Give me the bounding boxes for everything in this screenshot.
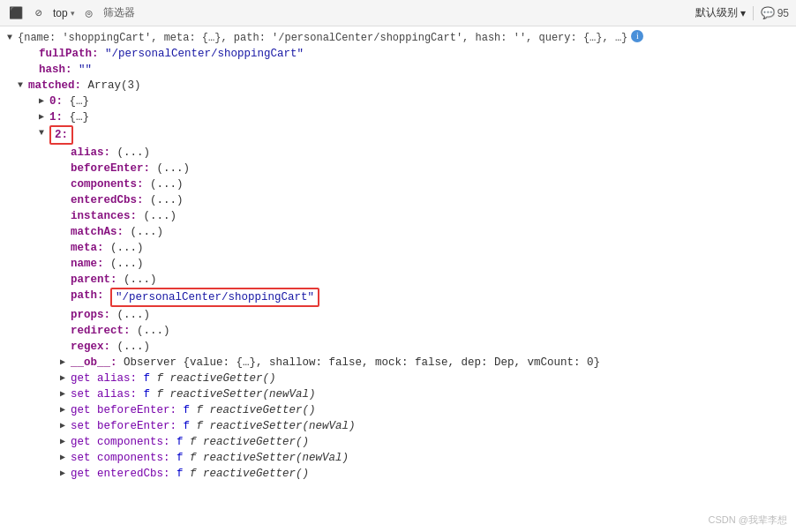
path-key: path: [71, 288, 104, 303]
path-line[interactable]: path: "/personalCenter/shoppingCart" [0, 288, 796, 307]
filter-label[interactable]: 筛选器 [103, 5, 135, 20]
top-dropdown[interactable]: top ▾ [53, 7, 75, 19]
message-badge[interactable]: 💬 95 [761, 6, 789, 19]
set-components-line[interactable]: set components: f f reactiveSetter(newVa… [0, 450, 796, 466]
meta-line[interactable]: meta: (...) [0, 240, 796, 256]
get-ecbs-label: get enteredCbs: [71, 466, 170, 482]
get-comp-expand[interactable] [60, 434, 71, 450]
set-be-f: f [184, 418, 191, 434]
item2-key: 2: [55, 129, 68, 141]
meta-key: meta: [71, 240, 104, 256]
beforeenter-line[interactable]: beforeEnter: (...) [0, 161, 796, 176]
get-alias-line[interactable]: get alias: f f reactiveGetter() [0, 371, 796, 386]
set-be-label: set beforeEnter: [71, 418, 176, 434]
get-alias-expand[interactable] [60, 371, 71, 386]
get-alias-val: f reactiveGetter() [157, 371, 276, 386]
item1-key: 1: [49, 109, 63, 125]
components-key: components: [71, 176, 144, 192]
enteredcbs-key: enteredCbs: [71, 192, 144, 208]
redirect-key: redirect: [71, 323, 131, 339]
item0-key: 0: [49, 94, 63, 109]
get-be-label: get beforeEnter: [71, 402, 176, 418]
regex-line[interactable]: regex: (...) [0, 339, 796, 355]
item0-line[interactable]: 0: {…} [0, 94, 796, 109]
get-comp-val: f reactiveGetter() [190, 434, 309, 450]
info-icon[interactable]: i [631, 30, 643, 42]
item1-expand[interactable] [39, 109, 49, 125]
item2-expand[interactable] [39, 125, 49, 141]
parent-key: parent: [71, 272, 117, 288]
hash-line[interactable]: hash: "" [0, 62, 796, 78]
matched-val: Array(3) [88, 78, 141, 94]
redirect-line[interactable]: redirect: (...) [0, 323, 796, 339]
path-val: "/personalCenter/shoppingCart" [116, 291, 314, 303]
ob-line[interactable]: __ob__: Observer {value: {…}, shallow: f… [0, 355, 796, 371]
set-alias-line[interactable]: set alias: f f reactiveSetter(newVal) [0, 386, 796, 402]
ob-val: Observer {value: {…}, shallow: false, mo… [124, 355, 600, 371]
instances-val: (...) [144, 208, 177, 224]
enteredcbs-val: (...) [150, 192, 184, 208]
get-enteredcbs-line[interactable]: get enteredCbs: f f reactiveGetter() [0, 466, 796, 482]
beforeenter-key: beforeEnter: [71, 161, 150, 176]
parent-line[interactable]: parent: (...) [0, 272, 796, 288]
set-comp-val: f reactiveSetter(newVal) [190, 450, 349, 466]
name-line[interactable]: name: (...) [0, 256, 796, 272]
level-dropdown[interactable]: 默认级别 ▾ [695, 5, 746, 20]
set-alias-label: set alias: [71, 386, 137, 402]
level-arrow: ▾ [740, 7, 746, 19]
set-alias-f: f [144, 386, 151, 402]
hash-val: "" [79, 62, 92, 78]
instances-key: instances: [71, 208, 137, 224]
set-beforeenter-line[interactable]: set beforeEnter: f f reactiveSetter(newV… [0, 418, 796, 434]
root-expand-arrow[interactable] [7, 30, 18, 46]
matched-line[interactable]: matched: Array(3) [0, 78, 796, 94]
alias-line[interactable]: alias: (...) [0, 145, 796, 161]
root-object-line[interactable]: {name: 'shoppingCart', meta: {…}, path: … [0, 30, 796, 46]
root-summary: {name: 'shoppingCart', meta: {…}, path: … [18, 30, 627, 46]
components-line[interactable]: components: (...) [0, 176, 796, 192]
alias-val: (...) [117, 145, 151, 161]
get-ecbs-f: f [176, 466, 184, 482]
redirect-val: (...) [137, 323, 170, 339]
fullpath-line[interactable]: fullPath: "/personalCenter/shoppingCart" [0, 46, 796, 62]
get-beforeenter-line[interactable]: get beforeEnter: f f reactiveGetter() [0, 402, 796, 418]
components-val: (...) [150, 176, 184, 192]
get-comp-label: get components: [71, 434, 170, 450]
set-comp-label: set components: [71, 450, 170, 466]
set-comp-expand[interactable] [60, 450, 71, 466]
meta-val: (...) [110, 240, 144, 256]
item1-val: {…} [70, 109, 90, 125]
get-comp-f: f [176, 434, 184, 450]
item2-line[interactable]: 2: [0, 125, 796, 145]
instances-line[interactable]: instances: (...) [0, 208, 796, 224]
regex-key: regex: [71, 339, 110, 355]
get-components-line[interactable]: get components: f f reactiveGetter() [0, 434, 796, 450]
matchas-line[interactable]: matchAs: (...) [0, 224, 796, 240]
get-ecbs-val: f reactiveGetter() [190, 466, 309, 482]
fullpath-key: fullPath: [39, 46, 99, 62]
fullpath-val: "/personalCenter/shoppingCart" [105, 46, 304, 62]
name-key: name: [71, 256, 104, 272]
ob-key: __ob__: [71, 355, 117, 371]
back-button[interactable]: ⬛ [7, 4, 25, 22]
set-comp-f: f [176, 450, 184, 466]
enteredcbs-line[interactable]: enteredCbs: (...) [0, 192, 796, 208]
get-ecbs-expand[interactable] [60, 466, 71, 482]
matchas-val: (...) [131, 224, 164, 240]
cancel-button[interactable]: ⊘ [30, 4, 48, 22]
set-be-expand[interactable] [60, 418, 71, 434]
get-be-expand[interactable] [60, 402, 71, 418]
item1-line[interactable]: 1: {…} [0, 109, 796, 125]
watermark: CSDN @我辈李想 [709, 513, 787, 527]
get-alias-label: get alias: [71, 371, 137, 386]
matched-expand[interactable] [18, 78, 28, 94]
eye-icon[interactable]: ◎ [80, 4, 98, 22]
item0-expand[interactable] [39, 94, 49, 109]
props-line[interactable]: props: (...) [0, 307, 796, 323]
matched-key: matched: [28, 78, 81, 94]
parent-val: (...) [124, 272, 157, 288]
level-label: 默认级别 [695, 5, 738, 20]
top-label: top [53, 7, 68, 19]
ob-expand[interactable] [60, 355, 71, 371]
set-alias-expand[interactable] [60, 386, 71, 402]
